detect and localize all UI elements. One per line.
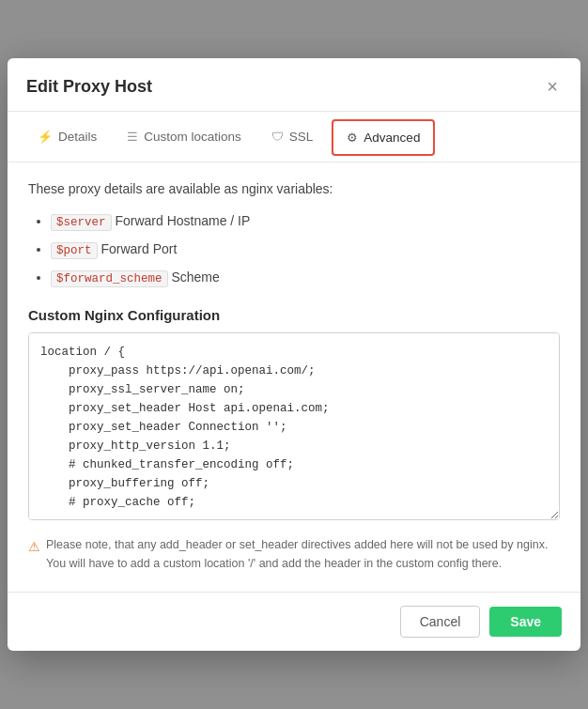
save-button[interactable]: Save [489, 607, 562, 637]
config-textarea[interactable] [28, 332, 560, 520]
config-section-title: Custom Nginx Configuration [28, 307, 560, 323]
var-forward-scheme: $forward_scheme [51, 270, 168, 287]
var-server-desc: Forward Hostname / IP [115, 213, 250, 228]
tab-ssl[interactable]: 🛡 SSL [256, 112, 329, 162]
var-port: $port [51, 242, 98, 259]
tabs-bar: ⚡ Details ☰ Custom locations 🛡 SSL ⚙ Adv… [8, 112, 580, 162]
close-button[interactable]: × [543, 75, 562, 98]
list-item: $server Forward Hostname / IP [51, 211, 560, 232]
var-forward-scheme-desc: Scheme [171, 270, 219, 285]
tab-advanced[interactable]: ⚙ Advanced [332, 119, 435, 156]
list-item: $forward_scheme Scheme [51, 268, 560, 288]
modal-dialog: Edit Proxy Host × ⚡ Details ☰ Custom loc… [8, 58, 580, 650]
modal-body: These proxy details are available as ngi… [8, 162, 580, 591]
details-icon: ⚡ [38, 130, 53, 144]
tab-ssl-label: SSL [289, 130, 314, 144]
variables-list: $server Forward Hostname / IP $port Forw… [28, 211, 560, 287]
tab-custom-locations[interactable]: ☰ Custom locations [112, 112, 256, 162]
tab-custom-locations-label: Custom locations [144, 130, 241, 144]
tab-advanced-label: Advanced [364, 131, 420, 145]
warning-icon: ⚠ [28, 536, 40, 557]
modal-header: Edit Proxy Host × [8, 58, 580, 112]
cancel-button[interactable]: Cancel [400, 606, 481, 638]
list-item: $port Forward Port [51, 239, 560, 260]
var-server: $server [51, 214, 112, 231]
advanced-icon: ⚙ [347, 131, 358, 145]
modal-title: Edit Proxy Host [26, 77, 152, 97]
warning-text: Please note, that any add_header or set_… [46, 535, 560, 573]
var-port-desc: Forward Port [101, 241, 177, 256]
info-text: These proxy details are available as ngi… [28, 181, 560, 196]
tab-details-label: Details [58, 130, 97, 144]
modal-footer: Cancel Save [8, 592, 580, 651]
ssl-icon: 🛡 [271, 130, 284, 144]
custom-locations-icon: ☰ [127, 130, 138, 144]
tab-details[interactable]: ⚡ Details [23, 112, 112, 162]
modal-overlay: Edit Proxy Host × ⚡ Details ☰ Custom loc… [0, 0, 588, 709]
warning-container: ⚠ Please note, that any add_header or se… [28, 535, 560, 573]
